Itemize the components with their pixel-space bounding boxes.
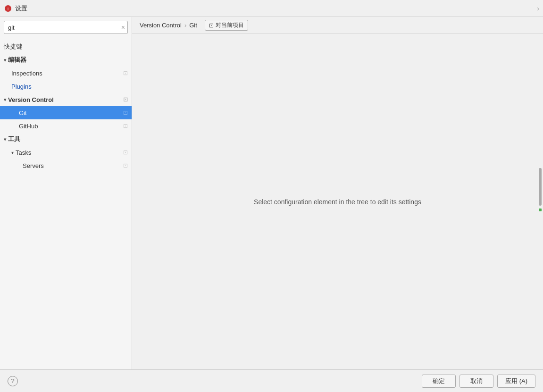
editor-label: 编辑器 <box>8 56 26 64</box>
sidebar-item-github[interactable]: GitHub ⊡ <box>0 119 132 133</box>
sidebar-item-plugins[interactable]: Plugins <box>0 80 132 93</box>
git-label: Git <box>19 109 27 117</box>
tools-label: 工具 <box>8 135 20 143</box>
cancel-button[interactable]: 取消 <box>459 375 493 388</box>
breadcrumb-arrow-icon: › <box>184 22 186 29</box>
breadcrumb-part2: Git <box>189 22 197 29</box>
tasks-chevron-icon: ▾ <box>11 150 14 155</box>
content-body: Select configuration element in the tree… <box>132 34 543 369</box>
title-bar-text: 设置 <box>15 4 27 13</box>
help-button[interactable]: ? <box>8 376 18 386</box>
search-clear-button[interactable]: × <box>121 24 125 31</box>
sidebar-item-shortcuts[interactable]: 快捷键 <box>0 40 132 53</box>
search-wrapper: × <box>4 21 128 34</box>
svg-text:i: i <box>8 7 8 11</box>
sidebar-item-tools[interactable]: ▾ 工具 <box>0 133 132 146</box>
sidebar: × 快捷键 ▾ 编辑器 Inspections ⊡ Plugins <box>0 17 132 369</box>
version-control-chevron-icon: ▾ <box>4 97 6 102</box>
github-settings-icon: ⊡ <box>123 123 128 129</box>
inspections-settings-icon: ⊡ <box>123 70 128 76</box>
editor-chevron-icon: ▾ <box>4 58 6 63</box>
github-label: GitHub <box>19 123 38 130</box>
title-bar: i 设置 › <box>0 0 543 17</box>
inspections-label: Inspections <box>11 70 42 77</box>
tools-chevron-icon: ▾ <box>4 137 6 142</box>
title-bar-chevron: › <box>537 5 539 12</box>
sidebar-item-editor[interactable]: ▾ 编辑器 <box>0 53 132 67</box>
help-icon: ? <box>11 377 14 384</box>
current-project-icon: ⊡ <box>209 22 214 29</box>
content-area: Version Control › Git ⊡ 对当前项目 Select con… <box>132 17 543 369</box>
current-project-label: 对当前项目 <box>216 21 244 29</box>
sidebar-item-inspections[interactable]: Inspections ⊡ <box>0 67 132 80</box>
sidebar-item-servers[interactable]: Servers ⊡ <box>0 159 132 172</box>
sidebar-item-git[interactable]: Git ⊡ <box>0 106 132 119</box>
shortcuts-label: 快捷键 <box>4 42 22 51</box>
main-container: × 快捷键 ▾ 编辑器 Inspections ⊡ Plugins <box>0 17 543 369</box>
search-container: × <box>0 17 132 38</box>
sidebar-item-tasks[interactable]: ▾ Tasks ⊡ <box>0 146 132 159</box>
footer-buttons: 确定 取消 应用 (A) <box>422 375 535 388</box>
sidebar-item-version-control[interactable]: ▾ Version Control ⊡ <box>0 93 132 106</box>
version-control-settings-icon: ⊡ <box>123 96 128 103</box>
breadcrumb-part1: Version Control <box>140 22 182 29</box>
git-settings-icon: ⊡ <box>123 109 128 116</box>
search-input[interactable] <box>4 21 128 34</box>
footer: ? 确定 取消 应用 (A) <box>0 369 543 392</box>
app-icon: i <box>4 4 12 13</box>
tasks-settings-icon: ⊡ <box>123 149 128 156</box>
content-header: Version Control › Git ⊡ 对当前项目 <box>132 17 543 34</box>
scrollbar-indicator <box>539 209 542 211</box>
tasks-label: Tasks <box>16 149 31 156</box>
servers-settings-icon: ⊡ <box>123 162 128 169</box>
current-project-button[interactable]: ⊡ 对当前项目 <box>205 20 248 31</box>
scrollbar-track[interactable] <box>537 34 543 369</box>
ok-button[interactable]: 确定 <box>422 375 456 388</box>
content-placeholder: Select configuration element in the tree… <box>254 198 421 206</box>
scrollbar-thumb[interactable] <box>539 168 542 206</box>
sidebar-nav: 快捷键 ▾ 编辑器 Inspections ⊡ Plugins ▾ Versio… <box>0 38 132 369</box>
apply-button[interactable]: 应用 (A) <box>497 375 535 388</box>
plugins-label: Plugins <box>11 83 32 90</box>
servers-label: Servers <box>23 162 44 169</box>
version-control-label: Version Control <box>8 96 54 103</box>
breadcrumb: Version Control › Git <box>140 22 197 29</box>
